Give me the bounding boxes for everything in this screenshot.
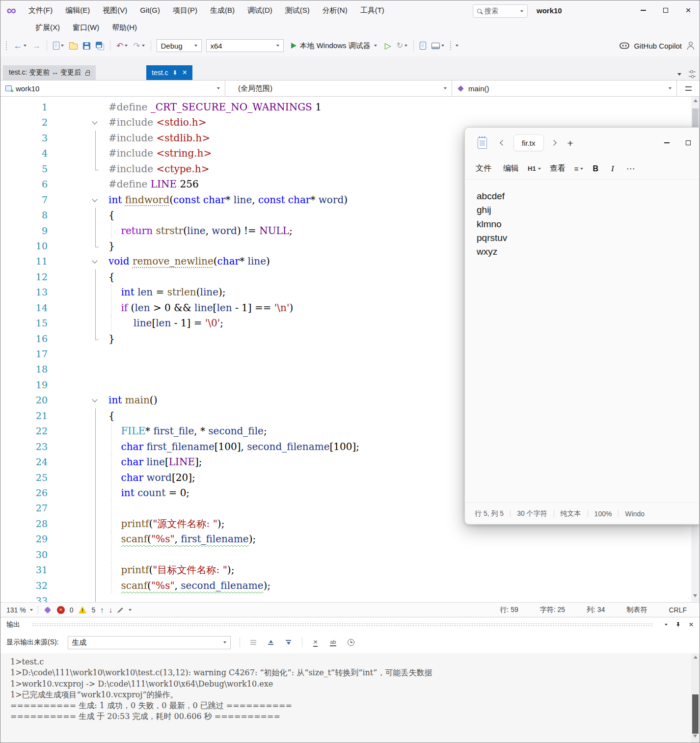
- notepad-maximize-button[interactable]: [677, 134, 699, 152]
- save-button[interactable]: [81, 40, 92, 52]
- italic-button[interactable]: I: [605, 164, 620, 174]
- menu-item-9[interactable]: 工具(T): [354, 0, 391, 20]
- member-dropdown[interactable]: main(): [452, 80, 677, 96]
- output-source-select[interactable]: 生成: [68, 636, 231, 649]
- code-text[interactable]: scanf("%s", second_filename);: [103, 578, 692, 593]
- code-fix-pen-icon[interactable]: [118, 607, 123, 612]
- forward-chevron-icon[interactable]: [551, 140, 556, 145]
- tab-test-c[interactable]: test.c ×: [146, 65, 192, 80]
- keep-output-button[interactable]: [347, 639, 355, 646]
- bold-button[interactable]: B: [586, 164, 605, 173]
- close-tab-icon[interactable]: ×: [182, 69, 187, 77]
- output-panel-body[interactable]: 1>test.c1>D:\code\111\work10\work10\test…: [0, 653, 700, 743]
- close-panel-icon[interactable]: ×: [689, 620, 694, 629]
- notepad-titlebar[interactable]: fir.tx +: [465, 128, 699, 158]
- menu-item-3[interactable]: Git(G): [134, 0, 166, 20]
- redo-button[interactable]: ↷: [131, 40, 146, 52]
- window-layout-button[interactable]: [430, 41, 446, 51]
- github-copilot-button[interactable]: GitHub Copilot: [619, 35, 695, 56]
- back-chevron-icon[interactable]: [500, 140, 505, 145]
- tab-list-chevron-icon[interactable]: [677, 73, 681, 76]
- scroll-up-icon[interactable]: [694, 99, 698, 102]
- zoom-select[interactable]: 131 %: [6, 606, 33, 614]
- scroll-down-icon[interactable]: [693, 594, 697, 597]
- heading-style-dropdown[interactable]: H1: [525, 165, 544, 172]
- close-button[interactable]: ×: [677, 0, 700, 20]
- code-text[interactable]: printf("目标文件名称: ");: [103, 562, 692, 578]
- hot-reload-button[interactable]: ↻: [395, 40, 409, 52]
- output-scrollbar-thumb[interactable]: [692, 694, 699, 734]
- new-tab-button[interactable]: +: [567, 138, 573, 148]
- menu-item-6[interactable]: 调试(D): [241, 0, 279, 20]
- scroll-up-icon[interactable]: [694, 656, 698, 659]
- notepad-minimize-button[interactable]: [656, 134, 677, 152]
- split-editor-handle[interactable]: [677, 80, 700, 96]
- notepad-text-area[interactable]: abcdefghijklmnopqrstuvwxyz: [465, 180, 699, 503]
- editor-status-item-1[interactable]: 字符: 25: [540, 606, 565, 614]
- maximize-button[interactable]: [654, 0, 677, 20]
- panel-drag-grip[interactable]: [32, 623, 653, 627]
- account-icon[interactable]: [686, 42, 695, 50]
- warning-count[interactable]: 5: [92, 606, 96, 614]
- word-wrap-button[interactable]: ab: [329, 639, 338, 646]
- clear-all-button[interactable]: ×: [311, 638, 320, 647]
- navigate-back-button[interactable]: ←: [11, 39, 28, 52]
- solution-configuration-select[interactable]: Debug: [157, 39, 202, 52]
- editor-status-item-4[interactable]: CRLF: [669, 606, 687, 614]
- error-count[interactable]: 0: [70, 606, 74, 614]
- navigate-forward-button[interactable]: →: [30, 39, 43, 52]
- output-scrollbar[interactable]: [691, 653, 700, 743]
- toolbar-grip[interactable]: [450, 41, 452, 51]
- menu-item-7[interactable]: 测试(S): [279, 0, 316, 20]
- code-text[interactable]: #define _CRT_SECURE_NO_WARNINGS 1: [103, 100, 692, 115]
- notepad-menu-edit[interactable]: 编辑: [497, 163, 525, 174]
- pin-panel-icon[interactable]: [675, 621, 681, 628]
- menu-item-5[interactable]: 生成(B): [204, 0, 241, 20]
- previous-issue-button[interactable]: ↑: [100, 606, 104, 614]
- minimize-button[interactable]: [632, 0, 654, 20]
- menu-item-0[interactable]: 文件(F): [22, 0, 59, 20]
- menu-item-1[interactable]: 编辑(E): [59, 0, 96, 20]
- search-box[interactable]: 搜索: [473, 4, 528, 18]
- find-message-button[interactable]: [249, 640, 258, 645]
- menu-item-4[interactable]: 项目(P): [166, 0, 204, 20]
- notepad-tab[interactable]: fir.tx: [513, 134, 544, 151]
- editor-status-item-2[interactable]: 列: 34: [587, 606, 605, 614]
- collapse-chevron-icon[interactable]: [92, 196, 97, 202]
- scope-dropdown[interactable]: (全局范围): [225, 80, 452, 96]
- next-issue-button[interactable]: ↓: [109, 606, 113, 614]
- save-all-button[interactable]: [94, 40, 106, 52]
- tab-diff-view[interactable]: test.c: 变更前 ↔ 变更后: [3, 65, 96, 80]
- list-style-dropdown[interactable]: ≡: [571, 164, 587, 173]
- code-text[interactable]: [103, 593, 692, 602]
- collapse-chevron-icon[interactable]: [92, 119, 97, 125]
- panel-chevron-icon[interactable]: [665, 624, 668, 626]
- jump-next-message-button[interactable]: [284, 640, 293, 645]
- menu-item-row2-0[interactable]: 扩展(X): [29, 20, 66, 35]
- editor-status-item-0[interactable]: 行: 59: [500, 606, 518, 614]
- new-project-button[interactable]: [51, 40, 66, 52]
- more-formatting-button[interactable]: ⋯: [620, 163, 642, 174]
- menu-item-2[interactable]: 视图(V): [96, 0, 134, 20]
- start-debugging-button[interactable]: 本地 Windows 调试器: [287, 41, 381, 51]
- notepad-menu-file[interactable]: 文件: [470, 163, 497, 174]
- toolbar-grip[interactable]: [5, 41, 8, 51]
- menu-item-8[interactable]: 分析(N): [316, 0, 354, 20]
- find-in-files-button[interactable]: [418, 40, 428, 52]
- toolbar-overflow-chevron-icon[interactable]: [456, 45, 458, 47]
- pin-icon[interactable]: [172, 70, 178, 76]
- notepad-menu-view[interactable]: 查看: [544, 163, 571, 174]
- jump-previous-message-button[interactable]: [267, 640, 275, 645]
- undo-button[interactable]: ↶: [114, 40, 130, 52]
- project-dropdown[interactable]: work10: [0, 80, 225, 96]
- collapse-chevron-icon[interactable]: [92, 258, 97, 264]
- menu-item-row2-1[interactable]: 窗口(W): [66, 20, 106, 35]
- tab-settings-icon[interactable]: [689, 72, 696, 77]
- open-file-button[interactable]: [67, 40, 80, 52]
- menu-item-row2-2[interactable]: 帮助(H): [106, 20, 143, 35]
- start-without-debugging-button[interactable]: ▷: [383, 40, 393, 52]
- suggestion-status-icon[interactable]: [44, 606, 51, 613]
- code-text[interactable]: scanf("%s", first_filename);: [103, 531, 692, 547]
- solution-platform-select[interactable]: x64: [206, 39, 284, 52]
- scroll-down-icon[interactable]: [693, 735, 697, 738]
